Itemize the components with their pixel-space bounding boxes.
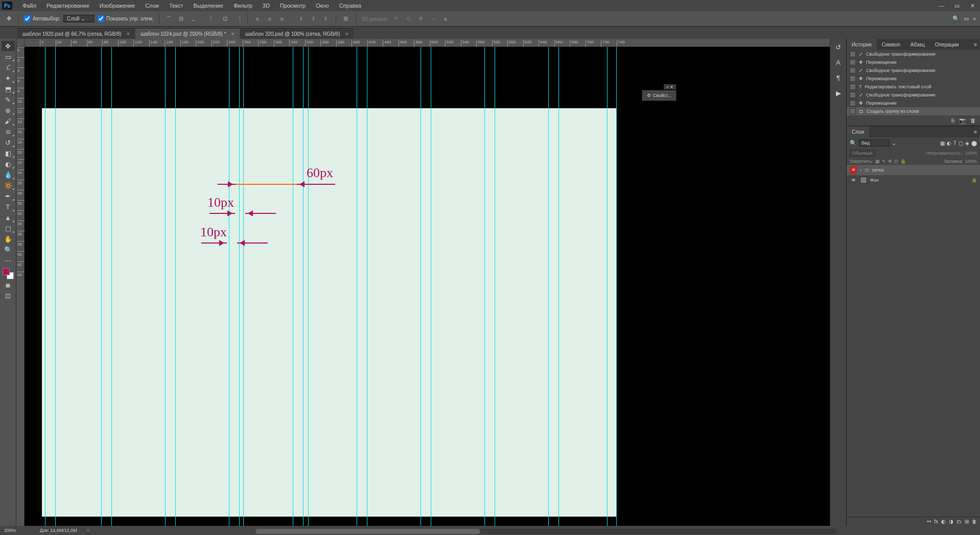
guide-line[interactable] <box>303 47 304 526</box>
menu-Выделение[interactable]: Выделение <box>189 3 228 9</box>
guide-line[interactable] <box>55 47 56 526</box>
minimize-button[interactable]: — <box>934 0 949 11</box>
history-state[interactable]: ✥Перемещение <box>847 75 980 83</box>
distribute-top-icon[interactable]: ≡ <box>253 14 262 23</box>
actions-dock-icon[interactable]: ▶ <box>833 88 844 98</box>
filter-adjust-icon[interactable]: ◐ <box>947 140 951 146</box>
guide-line[interactable] <box>293 47 293 526</box>
guide-line[interactable] <box>421 47 421 526</box>
guide-line[interactable] <box>357 47 357 526</box>
history-state[interactable]: ⤢Свободное трансформирование <box>847 66 980 75</box>
maximize-button[interactable]: ▭ <box>949 0 965 11</box>
panel-collapse-icon[interactable]: « ✕ <box>664 84 676 89</box>
layer-item[interactable]: 👁Фон🔒 <box>847 175 980 185</box>
ruler-vertical[interactable]: 0246810121416182022242628303234363840424… <box>16 47 25 526</box>
panel-menu-icon[interactable]: ≡ <box>971 129 980 135</box>
hand-tool[interactable]: ✋ <box>2 234 15 244</box>
edit-toolbar[interactable]: ⋯ <box>2 255 15 265</box>
filter-smart-icon[interactable]: ◈ <box>965 140 969 146</box>
guide-line[interactable] <box>607 47 608 526</box>
document-tab[interactable]: шаблон 1920.psd @ 66,7% (сетка, RGB/8)× <box>17 28 135 39</box>
delete-state-icon[interactable]: 🗑 <box>970 117 976 124</box>
path-select-tool[interactable]: ▲ <box>2 212 15 223</box>
workspace-chevron-icon[interactable]: » <box>973 15 976 22</box>
scrollbar-thumb[interactable] <box>255 529 480 534</box>
filter-toggle-icon[interactable]: ⬤ <box>971 140 977 146</box>
marquee-tool[interactable]: ▭ <box>2 52 15 62</box>
blur-tool[interactable]: 💧 <box>2 169 15 180</box>
character-dock-icon[interactable]: A <box>833 57 844 67</box>
pen-tool[interactable]: ✒ <box>2 191 15 201</box>
gradient-tool[interactable]: ◐ <box>2 159 15 169</box>
history-dock-icon[interactable]: ↺ <box>833 42 844 52</box>
tab-layers[interactable]: Слои <box>847 126 869 137</box>
distribute-right-icon[interactable]: ⦀ <box>321 14 331 23</box>
ruler-horizontal[interactable]: 0204060801001201401601802002202402602803… <box>25 39 830 47</box>
crop-tool[interactable]: ⬒ <box>2 84 15 94</box>
ruler-origin[interactable] <box>16 39 25 47</box>
lock-artboard-icon[interactable]: ⊡ <box>894 159 898 164</box>
document-tab[interactable]: шаблон 320.psd @ 100% (сетка, RGB/8)× <box>240 28 354 39</box>
distribute-hcenter-icon[interactable]: ⦀ <box>309 14 318 23</box>
align-vcenter-icon[interactable]: ⊟ <box>177 14 186 23</box>
history-state[interactable]: ⤢Свободное трансформирование <box>847 91 980 99</box>
filter-pixel-icon[interactable]: ▦ <box>940 140 945 146</box>
status-chevron-icon[interactable]: › <box>87 528 89 533</box>
align-bottom-icon[interactable]: ⎽ <box>189 14 198 23</box>
close-button[interactable]: ✕ <box>965 0 980 11</box>
create-document-icon[interactable]: ⎘ <box>951 117 955 124</box>
brush-tool[interactable]: 🖌 <box>2 116 15 126</box>
distribute-vcenter-icon[interactable]: ≡ <box>265 14 274 23</box>
guide-line[interactable] <box>495 47 495 526</box>
history-state[interactable]: ✥Перемещение <box>847 99 980 107</box>
eraser-tool[interactable]: ◧ <box>2 148 15 158</box>
snapshot-icon[interactable]: 📷 <box>959 117 966 124</box>
guide-line[interactable] <box>45 47 45 526</box>
history-state[interactable]: 🗀Создать группу из слоев <box>847 107 980 115</box>
properties-collapsed-panel[interactable]: « ✕ ⚙ Свойст... <box>642 90 676 101</box>
guide-line[interactable] <box>111 47 112 526</box>
align-right-icon[interactable]: ⎹ <box>233 14 242 23</box>
fill-value[interactable]: 100% <box>965 159 977 164</box>
menu-Изображение[interactable]: Изображение <box>95 3 140 9</box>
guide-line[interactable] <box>165 47 166 526</box>
color-swatches[interactable] <box>3 268 14 279</box>
layer-mask-icon[interactable]: ◐ <box>941 519 946 524</box>
guide-line[interactable] <box>431 47 431 526</box>
autoselect-target[interactable]: Слой ⌄ <box>63 15 95 22</box>
layer-style-icon[interactable]: fx <box>934 519 938 524</box>
adjustment-layer-icon[interactable]: ◑ <box>949 519 953 524</box>
document-tab[interactable]: шаблон 1024.psd @ 200% (RGB/8) *× <box>135 28 240 39</box>
type-tool[interactable]: T <box>2 202 15 212</box>
close-tab-icon[interactable]: × <box>127 31 130 37</box>
distribute-left-icon[interactable]: ⦀ <box>297 14 306 23</box>
healing-tool[interactable]: ⊕ <box>2 105 15 115</box>
guide-line[interactable] <box>101 47 102 526</box>
delete-layer-icon[interactable]: 🗑 <box>972 519 977 524</box>
guide-line[interactable] <box>243 47 244 526</box>
tab-Операции[interactable]: Операции <box>930 39 964 50</box>
new-group-icon[interactable]: 🗀 <box>956 519 962 524</box>
expand-icon[interactable]: › <box>860 167 861 173</box>
menu-Справка[interactable]: Справка <box>334 3 366 9</box>
filter-type-icon[interactable]: T <box>953 140 956 146</box>
move-tool[interactable]: ✥ <box>2 41 15 51</box>
history-state[interactable]: TРедактировать текстовый слой <box>847 83 980 91</box>
close-tab-icon[interactable]: × <box>345 31 348 37</box>
lasso-tool[interactable]: 𝓛 <box>2 62 15 72</box>
zoom-tool[interactable]: 🔍 <box>2 245 15 255</box>
guide-line[interactable] <box>484 47 485 526</box>
close-tab-icon[interactable]: × <box>231 31 235 37</box>
stamp-tool[interactable]: ⧇ <box>2 127 15 137</box>
distribute-bottom-icon[interactable]: ≡ <box>277 14 287 23</box>
lock-position-icon[interactable]: ✥ <box>888 159 892 164</box>
visibility-toggle[interactable]: 👁 <box>850 166 857 174</box>
tab-Абзац[interactable]: Абзац <box>905 39 930 50</box>
autoselect-checkbox[interactable]: Автовыбор: <box>24 15 60 22</box>
auto-align-icon[interactable]: ⊞ <box>341 14 351 23</box>
paragraph-dock-icon[interactable]: ¶ <box>833 72 844 83</box>
layers-filter-select[interactable] <box>859 139 890 147</box>
zoom-field[interactable]: 200% <box>4 528 30 533</box>
guide-line[interactable] <box>616 47 617 526</box>
magic-wand-tool[interactable]: ✦ <box>2 73 15 83</box>
